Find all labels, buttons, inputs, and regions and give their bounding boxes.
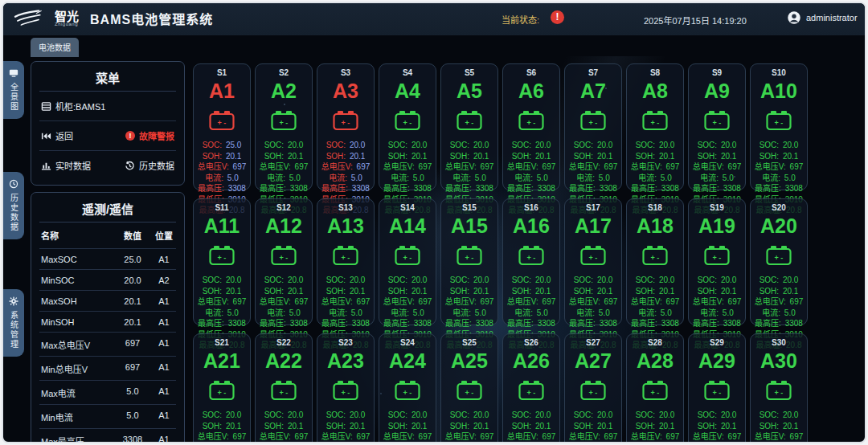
metric-row: 总电压V: 697: [567, 296, 620, 308]
metrics: SOC: 20.0SOH: 20.1总电压V: 697电流: 5.0最高压: 3…: [567, 410, 620, 442]
battery-card[interactable]: S9 A9 + - SOC: 20.0SOH: 20.1总电压V: 697电流:…: [688, 63, 746, 190]
cabinet-item[interactable]: 机柜:BAMS1: [41, 100, 105, 112]
cell-slot-label: S28: [628, 338, 682, 347]
battery-grid-area: S1 A1 + - SOC: 25.0SOH: 20.1总电压V: 697电流:…: [188, 56, 865, 442]
battery-icon: + -: [269, 109, 298, 132]
telemetry-row: MinSOH20.1A1: [39, 311, 176, 332]
battery-card[interactable]: S30 A30 + - SOC: 20.0SOH: 20.1总电压V: 697电…: [750, 333, 808, 442]
user-menu[interactable]: administrator: [787, 10, 858, 25]
battery-card[interactable]: S20 A20 + - SOC: 20.0SOH: 20.1总电压V: 697电…: [750, 198, 808, 325]
battery-card[interactable]: S4 A4 + - SOC: 20.0SOH: 20.1总电压V: 697电流:…: [379, 63, 436, 190]
cell-slot-label: S12: [257, 203, 310, 212]
metric-row: SOC: 20.0: [195, 410, 248, 421]
sidebar-item-history[interactable]: 历史数据: [3, 172, 24, 239]
telemetry-row: Max电流5.0A1: [39, 380, 176, 404]
battery-card[interactable]: S7 A7 + - SOC: 20.0SOH: 20.1总电压V: 697电流:…: [564, 63, 622, 190]
battery-card[interactable]: S13 A13 + - SOC: 20.0SOH: 20.1总电压V: 697电…: [317, 198, 375, 325]
metric-row: SOC: 20.0: [628, 140, 682, 151]
metric-row: SOH: 20.1: [752, 151, 805, 162]
metrics: SOC: 20.0SOH: 20.1总电压V: 697电流: 5.0最高压: 3…: [505, 410, 558, 442]
metric-row: SOH: 20.1: [319, 151, 372, 162]
battery-card[interactable]: S25 A25 + - SOC: 20.0SOH: 20.1总电压V: 697电…: [440, 333, 498, 442]
metric-row: 电流: 5.0: [567, 173, 620, 184]
metric-row: SOH: 20.1: [195, 151, 248, 162]
fault-alarm-button[interactable]: ! 故障警报: [125, 129, 174, 142]
svg-text:+ -: + -: [465, 389, 474, 397]
battery-card[interactable]: S3 A3 + - SOC: 20.0SOH: 20.1总电压V: 697电流:…: [317, 63, 375, 190]
metric-row: 总电压V: 697: [257, 296, 310, 308]
battery-card[interactable]: S2 A2 + - SOC: 20.0SOH: 20.1总电压V: 697电流:…: [255, 63, 313, 190]
battery-card[interactable]: S18 A18 + - SOC: 20.0SOH: 20.1总电压V: 697电…: [626, 198, 684, 325]
battery-card[interactable]: S1 A1 + - SOC: 25.0SOH: 20.1总电压V: 697电流:…: [193, 63, 251, 190]
metric-row: SOC: 20.0: [319, 410, 372, 421]
metric-row: SOC: 20.0: [752, 410, 805, 421]
telemetry-row: Min电流5.0A1: [39, 404, 176, 428]
metric-row: SOC: 20.0: [195, 275, 248, 286]
battery-card[interactable]: S5 A5 + - SOC: 20.0SOH: 20.1总电压V: 697电流:…: [440, 63, 498, 190]
battery-card[interactable]: S26 A26 + - SOC: 20.0SOH: 20.1总电压V: 697电…: [502, 333, 560, 442]
metrics: SOC: 20.0SOH: 20.1总电压V: 697电流: 5.0最高压: 3…: [381, 410, 434, 442]
battery-card[interactable]: S22 A22 + - SOC: 20.0SOH: 20.1总电压V: 697电…: [255, 333, 313, 442]
metric-row: 电流: 5.0: [319, 173, 372, 184]
back-button[interactable]: 返回: [41, 129, 73, 142]
battery-card[interactable]: S11 A11 + - SOC: 20.0SOH: 20.1总电压V: 697电…: [193, 198, 251, 325]
svg-text:+ -: + -: [713, 119, 722, 127]
battery-card[interactable]: S10 A10 + - SOC: 20.0SOH: 20.1总电压V: 697电…: [750, 63, 808, 190]
battery-card[interactable]: S24 A24 + - SOC: 20.0SOH: 20.1总电压V: 697电…: [379, 333, 436, 442]
battery-card[interactable]: S16 A16 + - SOC: 20.0SOH: 20.1总电压V: 697电…: [502, 198, 560, 325]
metric-row: 总电压V: 697: [628, 161, 682, 173]
svg-text:+ -: + -: [342, 254, 350, 262]
metric-row: SOH: 20.1: [505, 286, 558, 297]
metric-row: 总电压V: 697: [381, 296, 434, 308]
battery-card[interactable]: S6 A6 + - SOC: 20.0SOH: 20.1总电压V: 697电流:…: [502, 63, 560, 190]
cell-name: A14: [381, 214, 434, 238]
battery-card[interactable]: S14 A14 + - SOC: 20.0SOH: 20.1总电压V: 697电…: [379, 198, 436, 325]
metric-row: SOH: 20.1: [381, 286, 434, 297]
battery-card[interactable]: S29 A29 + - SOC: 20.0SOH: 20.1总电压V: 697电…: [688, 333, 746, 442]
battery-card[interactable]: S8 A8 + - SOC: 20.0SOH: 20.1总电压V: 697电流:…: [626, 63, 684, 190]
metric-row: 电流: 5.0: [752, 173, 805, 184]
metric-row: SOH: 20.1: [752, 286, 805, 297]
tab-battery-data[interactable]: 电池数据: [31, 38, 79, 57]
battery-card[interactable]: S27 A27 + - SOC: 20.0SOH: 20.1总电压V: 697电…: [564, 333, 622, 442]
metric-row: 电流: 5.0: [690, 173, 743, 184]
battery-card[interactable]: S28 A28 + - SOC: 20.0SOH: 20.1总电压V: 697电…: [626, 333, 684, 442]
battery-card[interactable]: S21 A21 + - SOC: 20.0SOH: 20.1总电压V: 697电…: [193, 333, 251, 442]
metric-row: 电流: 5.0: [381, 173, 434, 184]
metric-row: SOC: 20.0: [567, 140, 620, 151]
telemetry-row: MinSOC20.0A2: [39, 269, 176, 290]
metric-row: 电流: 5.0: [628, 308, 682, 319]
svg-text:+ -: + -: [527, 119, 536, 127]
battery-card[interactable]: S19 A19 + - SOC: 20.0SOH: 20.1总电压V: 697电…: [688, 198, 746, 325]
cell-name: A19: [690, 214, 743, 238]
battery-icon: + -: [702, 244, 731, 267]
battery-card[interactable]: S17 A17 + - SOC: 20.0SOH: 20.1总电压V: 697电…: [564, 198, 622, 325]
metric-row: 最高压: 3308: [567, 318, 620, 329]
metric-row: 总电压V: 697: [690, 296, 743, 308]
logo-cn: 智光: [55, 11, 79, 22]
history-data-button[interactable]: 历史数据: [125, 159, 174, 172]
realtime-data-button[interactable]: 实时数据: [41, 159, 91, 172]
metric-row: 最高压: 3308: [257, 183, 310, 194]
metric-row: 最高压: 3308: [690, 183, 743, 194]
cell-slot-label: S9: [690, 68, 743, 77]
sidebar-item-system[interactable]: 系统管理: [3, 289, 24, 357]
battery-card[interactable]: S15 A15 + - SOC: 20.0SOH: 20.1总电压V: 697电…: [440, 198, 498, 325]
metric-row: 总电压V: 697: [257, 431, 310, 442]
cell-name: A15: [443, 214, 496, 238]
metric-row: 电流: 5.0: [505, 308, 558, 319]
cell-name: A30: [752, 349, 805, 373]
metric-row: SOC: 20.0: [505, 140, 558, 151]
svg-text:+ -: + -: [527, 389, 536, 397]
metric-row: SOC: 20.0: [690, 275, 743, 286]
battery-card[interactable]: S12 A12 + - SOC: 20.0SOH: 20.1总电压V: 697电…: [255, 198, 313, 325]
svg-text:+ -: + -: [589, 254, 598, 262]
metric-row: SOC: 20.0: [505, 410, 558, 421]
col-location: 位置: [154, 229, 174, 242]
sidebar-item-panorama[interactable]: 全景图: [3, 61, 24, 119]
cell-name: A25: [443, 349, 496, 373]
telemetry-row: Min总电压V697A1: [39, 356, 176, 380]
battery-card[interactable]: S23 A23 + - SOC: 20.0SOH: 20.1总电压V: 697电…: [317, 333, 375, 442]
telemetry-row: MaxSOH20.1A1: [39, 290, 176, 311]
metric-row: 最高压: 3308: [628, 318, 682, 329]
